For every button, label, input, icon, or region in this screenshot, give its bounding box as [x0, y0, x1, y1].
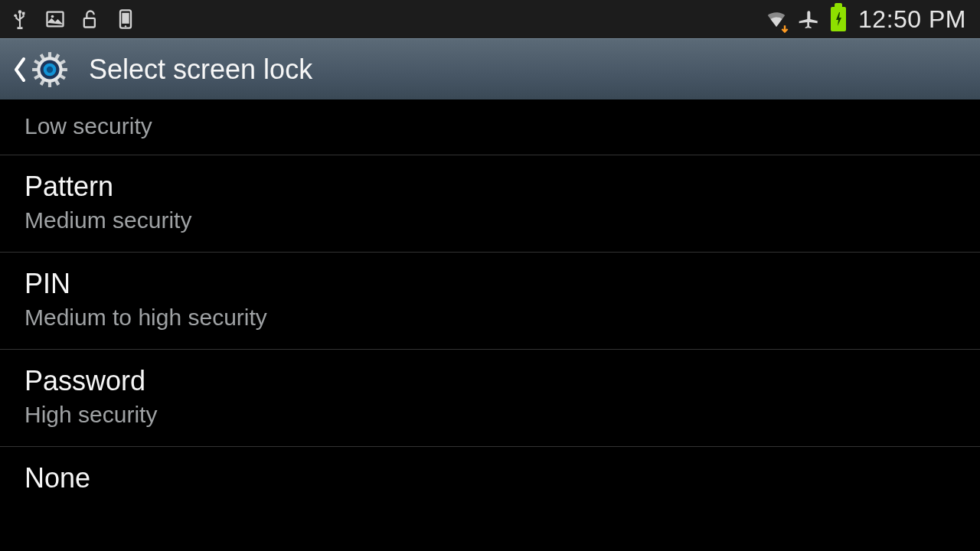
option-pattern[interactable]: Pattern Medium security: [0, 155, 980, 253]
status-right: 12:50 PM: [765, 5, 966, 34]
option-none[interactable]: None: [0, 447, 980, 513]
section-header-label: Low security: [24, 113, 956, 139]
airplane-icon: [797, 7, 822, 31]
settings-gear-icon: [29, 49, 70, 90]
page-title: Select screen lock: [89, 54, 312, 86]
usb-icon: [9, 8, 31, 30]
option-title: PIN: [24, 268, 956, 300]
option-password[interactable]: Password High security: [0, 350, 980, 447]
section-header: Low security: [0, 99, 980, 155]
option-title: Password: [24, 365, 956, 397]
svg-rect-5: [84, 18, 95, 28]
wifi-icon: [765, 8, 788, 31]
status-bar: 12:50 PM: [0, 0, 980, 38]
svg-rect-7: [122, 13, 129, 24]
chevron-left-icon: [9, 54, 29, 85]
svg-point-8: [125, 25, 126, 27]
mobile-icon: [115, 8, 136, 30]
status-clock: 12:50 PM: [858, 5, 966, 34]
status-left: [9, 8, 136, 30]
action-bar: Select screen lock: [0, 38, 980, 99]
back-button[interactable]: [9, 39, 77, 99]
battery-icon: [831, 7, 846, 31]
unlock-icon: [80, 8, 101, 30]
picture-icon: [44, 8, 66, 30]
svg-point-2: [14, 14, 17, 17]
option-pin[interactable]: PIN Medium to high security: [0, 253, 980, 350]
svg-point-24: [47, 66, 53, 72]
option-subtitle: High security: [24, 402, 956, 428]
option-title: None: [24, 462, 956, 494]
option-subtitle: Medium security: [24, 207, 956, 233]
lock-options-list: Low security Pattern Medium security PIN…: [0, 99, 980, 513]
option-subtitle: Medium to high security: [24, 305, 956, 331]
svg-point-0: [18, 10, 22, 14]
svg-rect-1: [22, 12, 24, 15]
option-title: Pattern: [24, 171, 956, 203]
svg-point-4: [51, 15, 54, 18]
